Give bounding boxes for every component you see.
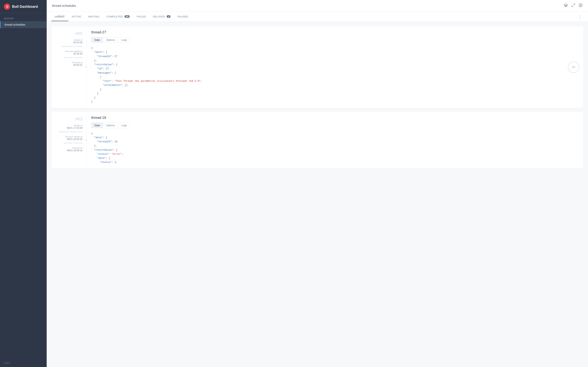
svg-line-4	[572, 6, 573, 7]
sidebar-header: 🎯 Bull Dashboard	[0, 0, 47, 13]
tab-latest[interactable]: LATEST	[51, 12, 68, 21]
job-json-data-2: { "data": { "threadId": 18 }, "returnVal…	[91, 132, 579, 165]
tab-paused[interactable]: PAUSED	[174, 12, 192, 21]
bull-logo-icon: 🎯	[4, 3, 10, 10]
app-version: 4.10.1	[0, 359, 47, 367]
topbar-actions	[564, 3, 583, 8]
job-title: thread-27	[91, 30, 559, 34]
settings-icon[interactable]	[579, 3, 583, 8]
sidebar: 🎯 Bull Dashboard QUEUES thread-schedules…	[0, 0, 47, 367]
job-tab-options[interactable]: Options	[103, 37, 118, 42]
sidebar-item-thread-schedules[interactable]: thread-schedules	[0, 21, 47, 28]
job-meta-63: #63 Added at 09/21 17:34:30 delayed for …	[51, 112, 86, 168]
job-tab-logs[interactable]: Logs	[118, 37, 130, 42]
tab-delayed[interactable]: DELAYED 1	[149, 12, 174, 21]
tab-failed[interactable]: FAILED	[133, 12, 149, 21]
job-json-data: { "data": { "threadId": 27 }, "returnVal…	[91, 46, 559, 104]
job-card: #65 Added at 00:33:36 delayed for 2 minu…	[51, 26, 583, 108]
delayed-badge: 1	[167, 15, 171, 18]
meta-dot-2	[85, 139, 87, 141]
layers-icon[interactable]	[564, 3, 568, 8]
queues-section-label: QUEUES	[0, 13, 47, 21]
job-meta-65: #65 Added at 00:33:36 delayed for 2 minu…	[51, 26, 86, 108]
job-tab-data[interactable]: Data	[91, 37, 103, 42]
job-tab-logs-2[interactable]: Logs	[118, 123, 130, 128]
page-title: thread-schedules	[52, 4, 76, 8]
job-tab-options-2[interactable]: Options	[103, 123, 118, 128]
content-area: #65 Added at 00:33:36 delayed for 2 minu…	[47, 22, 588, 367]
app-title: Bull Dashboard	[12, 5, 38, 9]
completed-badge: 25	[124, 15, 130, 18]
svg-text:🎯: 🎯	[5, 5, 9, 8]
progress-indicator: 0%	[568, 61, 579, 73]
job-body-2: thread-18 Data Options Logs { "data": { …	[86, 112, 583, 168]
job-body: thread-27 Data Options Logs { "data": { …	[86, 26, 564, 108]
job-card-body-63: thread-18 Data Options Logs { "data": { …	[86, 112, 583, 168]
main-content: thread-schedules	[47, 0, 588, 367]
tab-bar: LATEST ACTIVE WAITING COMPLETED 25 FAILE…	[47, 12, 588, 22]
job-card-body-65: thread-27 Data Options Logs { "data": { …	[86, 26, 583, 108]
job-tab-bar: Data Options Logs	[91, 37, 130, 43]
job-title-2: thread-18	[91, 116, 579, 120]
expand-icon[interactable]	[571, 3, 575, 8]
job-tab-bar-2: Data Options Logs	[91, 123, 130, 128]
tab-completed[interactable]: COMPLETED 25	[103, 12, 133, 21]
svg-line-3	[574, 4, 575, 5]
job-id: #65	[75, 31, 82, 36]
meta-dot	[85, 66, 87, 68]
job-tab-data-2[interactable]: Data	[91, 123, 103, 128]
job-id-2: #63	[75, 117, 82, 121]
tab-waiting[interactable]: WAITING	[85, 12, 103, 21]
tab-more-menu[interactable]: ⋮	[576, 14, 583, 19]
tab-active[interactable]: ACTIVE	[68, 12, 85, 21]
job-card-2: #63 Added at 09/21 17:34:30 delayed for …	[51, 112, 583, 168]
svg-point-5	[580, 5, 581, 6]
topbar: thread-schedules	[47, 0, 588, 12]
